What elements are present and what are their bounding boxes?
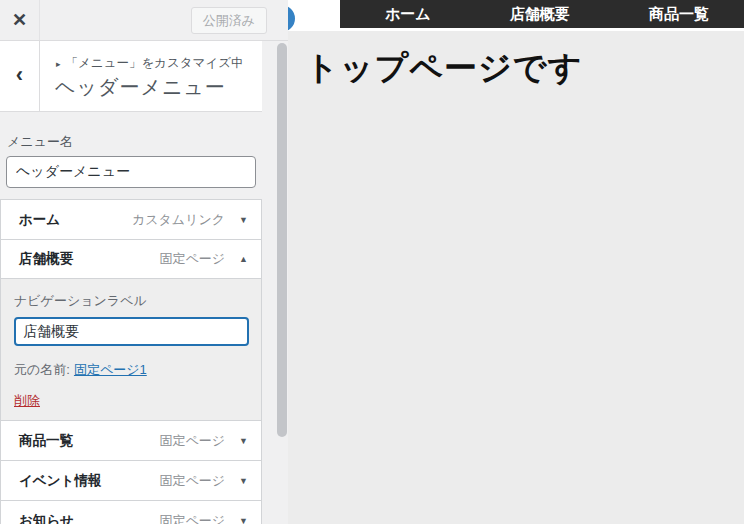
menu-item-title: 商品一覧	[19, 432, 159, 450]
chevron-up-icon: ▲	[239, 254, 248, 264]
menu-item-type: 固定ページ	[159, 472, 225, 490]
panel-header: ‹ ▸ 「メニュー」をカスタマイズ中 ヘッダーメニュー	[0, 41, 262, 112]
chevron-down-icon: ▼	[239, 436, 248, 446]
menu-item-store-overview-header[interactable]: 店舗概要 固定ページ ▲	[1, 240, 261, 278]
navigation-label-input[interactable]	[14, 317, 249, 346]
menu-item-type: 固定ページ	[159, 432, 225, 450]
sidebar-scrollbar[interactable]	[277, 43, 287, 437]
nav-link-products[interactable]: 商品一覧	[649, 5, 709, 24]
original-page-link[interactable]: 固定ページ1	[74, 362, 147, 377]
menu-item-title: お知らせ	[19, 512, 159, 524]
site-preview: ホーム 店舗概要 商品一覧 ✎ トップページです	[288, 0, 744, 524]
original-name-line: 元の名前:固定ページ1	[14, 361, 249, 379]
menu-items-list: ホーム カスタムリンク ▼ 店舗概要 固定ページ ▲ ナビゲーションラベル 元の…	[0, 199, 262, 524]
page-title: ヘッダーメニュー	[55, 74, 226, 101]
menu-item-type: 固定ページ	[159, 250, 225, 268]
chevron-down-icon: ▼	[239, 215, 248, 225]
menu-item-products-header[interactable]: 商品一覧 固定ページ ▼	[1, 421, 261, 460]
menu-item-news-header[interactable]: お知らせ 固定ページ ▼	[1, 501, 261, 524]
navigation-label-caption: ナビゲーションラベル	[14, 292, 249, 310]
menu-item-events-header[interactable]: イベント情報 固定ページ ▼	[1, 461, 261, 500]
menu-item-news: お知らせ 固定ページ ▼	[0, 500, 262, 524]
menu-name-label: メニュー名	[7, 133, 73, 151]
menu-item-home-header[interactable]: ホーム カスタムリンク ▼	[1, 200, 261, 239]
menu-item-products: 商品一覧 固定ページ ▼	[0, 420, 262, 461]
menu-item-type: 固定ページ	[159, 512, 225, 524]
menu-name-input[interactable]	[6, 156, 256, 188]
back-button[interactable]: ‹	[0, 41, 40, 112]
preview-page-heading: トップページです	[305, 46, 582, 91]
chevron-down-icon: ▼	[239, 476, 248, 486]
menu-item-store-overview: 店舗概要 固定ページ ▲ ナビゲーションラベル 元の名前:固定ページ1 削除	[0, 239, 262, 421]
site-nav-bar: ホーム 店舗概要 商品一覧	[340, 0, 744, 28]
nav-link-store-overview[interactable]: 店舗概要	[510, 5, 570, 24]
nav-link-home[interactable]: ホーム	[385, 5, 431, 24]
menu-item-title: ホーム	[19, 211, 132, 229]
site-header: ホーム 店舗概要 商品一覧	[288, 0, 744, 31]
menu-item-home: ホーム カスタムリンク ▼	[0, 199, 262, 240]
menu-item-settings: ナビゲーションラベル 元の名前:固定ページ1 削除	[1, 278, 261, 420]
customizer-topbar: ✕ 公開済み	[0, 0, 288, 41]
menu-item-title: 店舗概要	[19, 250, 159, 268]
customizer-screen: ✕ 公開済み ‹ ▸ 「メニュー」をカスタマイズ中 ヘッダーメニュー メニュー名…	[0, 0, 744, 524]
breadcrumb-label: 「メニュー」をカスタマイズ中	[66, 55, 244, 72]
publish-status-button[interactable]: 公開済み	[191, 7, 267, 34]
breadcrumb-arrow-icon: ▸	[56, 59, 61, 69]
customizer-sidebar: ✕ 公開済み ‹ ▸ 「メニュー」をカスタマイズ中 ヘッダーメニュー メニュー名…	[0, 0, 288, 524]
menu-item-type: カスタムリンク	[132, 211, 225, 229]
close-customizer-button[interactable]: ✕	[0, 0, 40, 40]
delete-item-link[interactable]: 削除	[14, 392, 40, 410]
original-name-label: 元の名前:	[14, 362, 70, 377]
breadcrumb: ▸ 「メニュー」をカスタマイズ中	[56, 55, 243, 72]
chevron-down-icon: ▼	[239, 516, 248, 524]
menu-item-title: イベント情報	[19, 472, 159, 490]
menu-item-events: イベント情報 固定ページ ▼	[0, 460, 262, 501]
